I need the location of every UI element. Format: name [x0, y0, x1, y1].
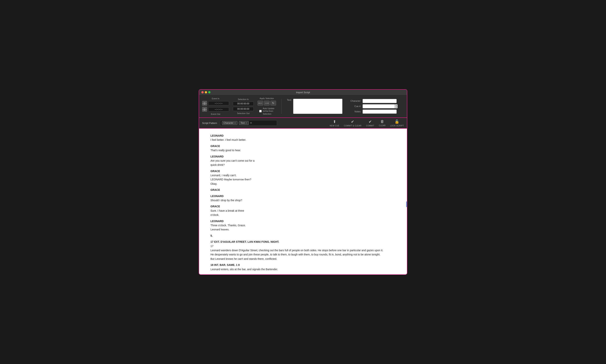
tag-text[interactable]: Text ✕ — [239, 121, 249, 125]
commit-icon: ✔ — [369, 119, 372, 124]
notes-label: Notes: — [348, 110, 361, 113]
lock-script-label: LOCK SCRIPT — [390, 125, 404, 127]
script-line: 18 INT. BAR. SAME. 1 8 — [211, 263, 395, 267]
event-out-arrow[interactable]: ◁▷ — [202, 107, 207, 112]
clear-button[interactable]: 🗑 CLEAR — [379, 119, 386, 127]
script-line: LEONARD — [211, 155, 395, 159]
commit-clear-label: COMMIT & CLEAR — [344, 125, 361, 127]
script-line: But Leonard knows he can't and stands th… — [211, 257, 395, 261]
selection-in-input[interactable] — [233, 102, 254, 106]
script-line: quick drink? — [211, 163, 395, 167]
event-in-arrow[interactable]: ◁▷ — [202, 101, 207, 106]
cue-input[interactable] — [363, 104, 395, 108]
commit-clear-button[interactable]: ✔ COMMIT & CLEAR — [344, 119, 361, 127]
script-line: I feel better. I feel much better. — [211, 138, 395, 142]
traffic-lights — [201, 91, 211, 93]
script-content: LEONARDI feel better. I feel much better… — [211, 134, 395, 271]
script-line: Okay. — [211, 182, 395, 186]
close-button[interactable] — [201, 91, 204, 93]
new-cue-label: NEW CUE — [330, 125, 339, 127]
character-row: Character: — [348, 99, 398, 103]
script-line: LEONARD — [211, 219, 395, 223]
script-line: Leonard, I really can't. — [211, 173, 395, 177]
notes-row: Notes: — [348, 110, 398, 114]
cue-increment[interactable]: ▲ — [395, 104, 397, 106]
selection-out-label: Selection Out — [233, 112, 254, 115]
cue-row: Cue #: ▲ ▼ — [348, 104, 398, 108]
apply-right-button[interactable]: ⟶ — [264, 101, 270, 105]
minimize-button[interactable] — [205, 91, 207, 93]
auto-update-label: Auto Update In/Out from Selection — [263, 107, 274, 115]
apply-selection-group: Apply Selection ⟵ ⟶ ↻ Auto Update In/Out… — [257, 97, 276, 115]
section3-script[interactable]: LEONARDI feel better. I feel much better… — [199, 129, 407, 274]
main-window: Import Script Event In ◁▷ ◁▷ Event Out S… — [199, 89, 407, 275]
script-line: 5. — [211, 234, 395, 238]
script-line: Leonard enters, sits at the bar, and sig… — [211, 267, 395, 271]
script-line: Leonard wanders down D'Aguilar Street, c… — [211, 248, 395, 252]
tag-text-remove[interactable]: ✕ — [245, 122, 247, 124]
script-line: o'clock. — [211, 213, 395, 217]
event-in-input[interactable] — [208, 101, 229, 105]
new-cue-icon: ⬆ — [333, 119, 336, 124]
script-line: GRACE — [211, 144, 395, 148]
selection-inputs — [233, 102, 254, 111]
tag-character-label: Character — [224, 122, 234, 124]
toolbar-actions: ⬆ NEW CUE ✔ COMMIT & CLEAR ✔ COMMIT 🗑 CL… — [330, 119, 404, 127]
section2-toolbar: Script Pattern Character ✕ Text ✕ + ⬆ NE… — [199, 118, 407, 129]
auto-update-row: Auto Update In/Out from Selection — [259, 107, 274, 115]
cue-spinner: ▲ ▼ — [395, 104, 398, 108]
pattern-tags[interactable]: Character ✕ Text ✕ + — [220, 120, 277, 126]
titlebar: Import Script — [199, 90, 407, 95]
scroll-indicator — [406, 201, 407, 207]
commit-button[interactable]: ✔ COMMIT — [366, 119, 374, 127]
apply-refresh-button[interactable]: ↻ — [270, 101, 276, 105]
cue-label: Cue #: — [348, 105, 361, 108]
character-input[interactable] — [363, 99, 397, 103]
apply-left-button[interactable]: ⟵ — [257, 101, 263, 105]
right-fields: Character: Cue #: ▲ ▼ Notes: — [348, 99, 398, 114]
script-line: 17 — [211, 244, 395, 248]
divider-1 — [281, 99, 282, 114]
script-pattern-label: Script Pattern — [202, 122, 217, 125]
selection-in-label: Selection In — [233, 98, 254, 100]
clear-label: CLEAR — [379, 125, 386, 127]
event-in-row: ◁▷ — [202, 101, 229, 106]
lock-icon: 🔓 — [395, 119, 399, 124]
script-line: Leonard leaves. — [211, 227, 395, 232]
script-line: He desperately wants to go and join thes… — [211, 252, 395, 257]
script-line: GRACE — [211, 169, 395, 173]
text-input[interactable] — [293, 99, 342, 114]
new-cue-button[interactable]: ⬆ NEW CUE — [330, 119, 339, 127]
apply-buttons: ⟵ ⟶ ↻ — [257, 101, 276, 105]
selection-group: Selection In Selection Out — [233, 98, 254, 115]
script-line: That's really good to hear. — [211, 148, 395, 152]
script-line: Are you sure you can't come out for a — [211, 159, 395, 163]
clear-icon: 🗑 — [380, 119, 384, 124]
tag-character[interactable]: Character ✕ — [222, 121, 238, 125]
event-out-label: Event Out — [211, 113, 220, 115]
script-line: GRACE — [211, 204, 395, 208]
character-label: Character: — [348, 100, 361, 102]
lock-script-button[interactable]: 🔓 LOCK SCRIPT — [390, 119, 404, 127]
tag-character-remove[interactable]: ✕ — [234, 122, 236, 124]
add-tag-button[interactable]: + — [250, 121, 252, 125]
event-out-input[interactable] — [208, 107, 229, 111]
event-out-row: ◁▷ — [202, 107, 229, 112]
cue-input-wrap: ▲ ▼ — [363, 104, 398, 108]
selection-out-input[interactable] — [233, 107, 254, 111]
maximize-button[interactable] — [208, 91, 211, 93]
text-label: Text: — [287, 99, 292, 101]
script-line: GRACE — [211, 188, 395, 192]
auto-update-checkbox[interactable] — [259, 110, 262, 112]
script-line: Should I drop by the shop? — [211, 198, 395, 202]
event-in-label: Event In — [212, 97, 219, 100]
script-line: LEONARD Maybe tomorrow then? — [211, 177, 395, 182]
script-line: 17 EXT. D'AGUILAR STREET. LAN KWAI FONG.… — [211, 240, 395, 244]
apply-selection-label: Apply Selection — [260, 97, 274, 100]
script-line: LEONARD — [211, 134, 395, 138]
text-section: Text: — [287, 99, 342, 114]
cue-decrement[interactable]: ▼ — [395, 106, 397, 108]
script-line: LEONARD — [211, 194, 395, 198]
notes-input[interactable] — [363, 110, 397, 114]
script-line: Three o'clock. Thanks, Grace. — [211, 223, 395, 227]
